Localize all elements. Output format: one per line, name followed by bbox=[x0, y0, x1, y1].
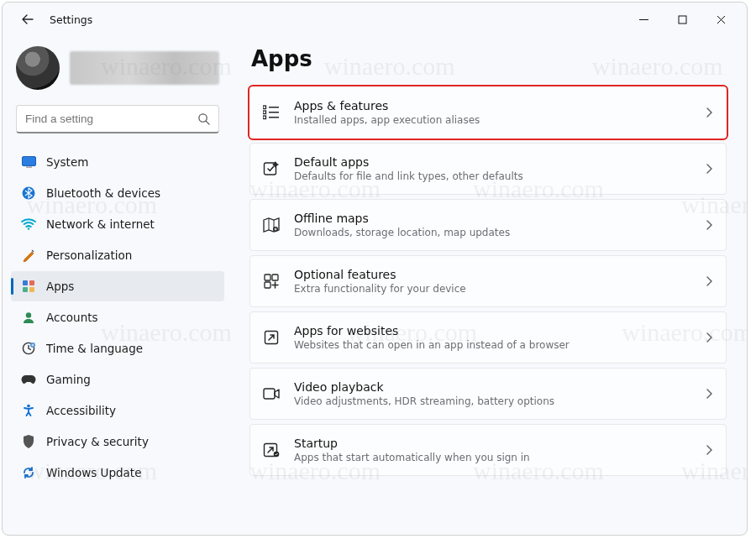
sidebar-item-label: Time & language bbox=[46, 342, 143, 355]
card-subtitle: Websites that can open in an app instead… bbox=[294, 338, 692, 352]
sidebar-item-system[interactable]: System bbox=[11, 147, 224, 177]
sidebar-item-label: Windows Update bbox=[46, 466, 141, 479]
card-title: Default apps bbox=[294, 154, 692, 170]
card-text: Apps for websites Websites that can open… bbox=[294, 323, 692, 352]
card-text: Apps & features Installed apps, app exec… bbox=[294, 98, 692, 127]
chevron-right-icon bbox=[706, 332, 712, 343]
sidebar-item-update[interactable]: Windows Update bbox=[11, 458, 224, 488]
back-arrow-icon bbox=[21, 13, 34, 26]
sidebar-item-label: Accessibility bbox=[46, 404, 116, 417]
card-optional-features[interactable]: Optional features Extra functionality fo… bbox=[249, 255, 727, 307]
sidebar-item-time[interactable]: Time & language bbox=[11, 333, 224, 364]
nav-list: System Bluetooth & devices Network & int… bbox=[11, 147, 224, 488]
settings-cards: Apps & features Installed apps, app exec… bbox=[249, 86, 727, 476]
settings-window: Settings System bbox=[2, 2, 748, 536]
svg-point-1 bbox=[199, 114, 207, 122]
card-default-apps[interactable]: Default apps Defaults for file and link … bbox=[249, 143, 727, 195]
card-subtitle: Downloads, storage location, map updates bbox=[294, 226, 692, 239]
window-title: Settings bbox=[50, 13, 92, 26]
card-title: Startup bbox=[294, 436, 692, 451]
svg-rect-6 bbox=[23, 280, 28, 285]
sidebar-item-label: Privacy & security bbox=[46, 435, 149, 448]
card-subtitle: Defaults for file and link types, other … bbox=[294, 170, 692, 183]
maximize-icon bbox=[678, 15, 687, 24]
shield-icon bbox=[21, 434, 36, 449]
card-subtitle: Video adjustments, HDR streaming, batter… bbox=[294, 395, 692, 408]
card-apps-websites[interactable]: Apps for websites Websites that can open… bbox=[249, 311, 727, 364]
back-button[interactable] bbox=[14, 6, 41, 33]
sidebar-item-accounts[interactable]: Accounts bbox=[11, 302, 224, 332]
sidebar-item-label: Bluetooth & devices bbox=[46, 186, 160, 200]
chevron-right-icon bbox=[706, 276, 712, 286]
sidebar-item-network[interactable]: Network & internet bbox=[11, 209, 224, 239]
card-video-playback[interactable]: Video playback Video adjustments, HDR st… bbox=[249, 368, 727, 420]
card-text: Optional features Extra functionality fo… bbox=[294, 267, 692, 296]
svg-point-10 bbox=[26, 312, 31, 317]
accounts-icon bbox=[21, 310, 36, 325]
system-icon bbox=[21, 154, 36, 170]
main-content: Apps Apps & features Installed apps, app… bbox=[231, 36, 747, 535]
card-apps-features[interactable]: Apps & features Installed apps, app exec… bbox=[249, 86, 727, 139]
page-title: Apps bbox=[251, 46, 727, 71]
card-text: Video playback Video adjustments, HDR st… bbox=[294, 379, 692, 408]
sidebar-item-personalization[interactable]: Personalization bbox=[11, 240, 224, 270]
search-box[interactable] bbox=[16, 105, 219, 133]
minimize-button[interactable] bbox=[624, 6, 663, 33]
map-icon bbox=[262, 216, 281, 234]
card-subtitle: Extra functionality for your device bbox=[294, 282, 692, 296]
sidebar-item-gaming[interactable]: Gaming bbox=[11, 364, 224, 395]
user-account-row[interactable] bbox=[11, 41, 224, 102]
card-startup[interactable]: Startup Apps that start automatically wh… bbox=[249, 424, 727, 476]
apps-icon bbox=[21, 279, 36, 294]
sidebar: System Bluetooth & devices Network & int… bbox=[3, 36, 231, 535]
card-subtitle: Installed apps, app execution aliases bbox=[294, 113, 692, 127]
card-title: Offline maps bbox=[294, 211, 692, 226]
user-name-redacted bbox=[70, 51, 219, 85]
card-title: Apps & features bbox=[294, 98, 692, 113]
svg-rect-15 bbox=[263, 111, 266, 114]
chevron-right-icon bbox=[706, 389, 712, 399]
maximize-button[interactable] bbox=[663, 6, 701, 33]
svg-rect-14 bbox=[263, 106, 266, 109]
sidebar-item-privacy[interactable]: Privacy & security bbox=[11, 426, 224, 457]
card-text: Default apps Defaults for file and link … bbox=[294, 154, 692, 183]
paintbrush-icon bbox=[21, 248, 36, 263]
gaming-icon bbox=[21, 372, 36, 387]
sidebar-item-accessibility[interactable]: Accessibility bbox=[11, 395, 224, 426]
svg-rect-9 bbox=[29, 287, 34, 292]
card-offline-maps[interactable]: Offline maps Downloads, storage location… bbox=[249, 199, 727, 251]
avatar bbox=[16, 46, 60, 90]
svg-rect-7 bbox=[29, 280, 34, 285]
clock-icon bbox=[21, 341, 36, 356]
svg-rect-23 bbox=[264, 389, 275, 399]
svg-rect-19 bbox=[265, 275, 270, 280]
optional-features-icon bbox=[262, 272, 281, 290]
search-input[interactable] bbox=[25, 112, 197, 125]
card-title: Video playback bbox=[294, 379, 692, 395]
svg-rect-8 bbox=[23, 287, 28, 292]
svg-rect-0 bbox=[679, 16, 686, 24]
sidebar-item-apps[interactable]: Apps bbox=[11, 271, 224, 301]
bluetooth-icon bbox=[21, 186, 36, 201]
chevron-right-icon bbox=[706, 107, 712, 118]
titlebar: Settings bbox=[3, 3, 747, 36]
card-text: Startup Apps that start automatically wh… bbox=[294, 436, 692, 464]
accessibility-icon bbox=[21, 403, 36, 418]
svg-rect-3 bbox=[26, 167, 32, 168]
close-button[interactable] bbox=[701, 6, 740, 33]
sidebar-item-label: Personalization bbox=[46, 248, 132, 262]
svg-rect-20 bbox=[272, 275, 278, 280]
chevron-right-icon bbox=[706, 445, 712, 455]
minimize-icon bbox=[639, 15, 648, 24]
card-text: Offline maps Downloads, storage location… bbox=[294, 211, 692, 239]
sidebar-item-bluetooth[interactable]: Bluetooth & devices bbox=[11, 178, 224, 208]
card-title: Optional features bbox=[294, 267, 692, 282]
default-apps-icon bbox=[262, 160, 281, 178]
startup-icon bbox=[262, 441, 281, 459]
wifi-icon bbox=[21, 217, 36, 232]
svg-rect-16 bbox=[263, 116, 266, 119]
card-subtitle: Apps that start automatically when you s… bbox=[294, 451, 692, 464]
sidebar-item-label: Accounts bbox=[46, 311, 98, 324]
search-icon bbox=[197, 112, 210, 125]
svg-point-5 bbox=[28, 228, 29, 229]
